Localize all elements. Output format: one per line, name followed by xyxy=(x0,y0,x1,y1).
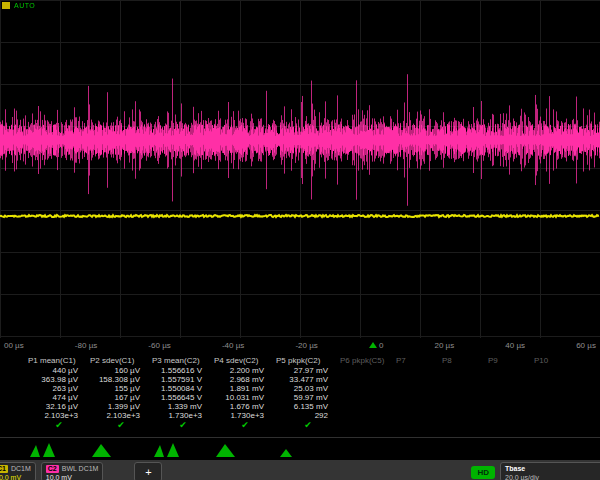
measurement-value-cell xyxy=(534,366,580,375)
measurement-value-cell xyxy=(488,402,534,411)
measurement-value-cell xyxy=(396,375,442,384)
oscilloscope-screen: AUTO 00 µs-80 µs-60 µs-40 µs-20 µs020 µs… xyxy=(0,0,600,480)
measurement-value-cell: 167 µV xyxy=(90,393,152,402)
time-tick: 00 µs xyxy=(4,341,24,350)
measurement-value-cell: 1.556616 V xyxy=(152,366,214,375)
waveform-canvas[interactable] xyxy=(0,0,600,338)
measurement-value-cell: 474 µV xyxy=(28,393,90,402)
measurement-value-cell xyxy=(396,366,442,375)
channel-badge-c2: C2 xyxy=(46,465,59,473)
time-tick: -20 µs xyxy=(295,341,317,350)
measurement-value-cell: 10.031 mV xyxy=(214,393,276,402)
measurement-value-cell: 1.339 mV xyxy=(152,402,214,411)
status-check-icon xyxy=(534,420,580,431)
histicon-row xyxy=(0,437,600,460)
vertical-scale-c2: 10.0 mV xyxy=(46,473,99,480)
measurement-value-cell xyxy=(442,393,488,402)
measurement-column-header[interactable]: P5 pkpk(C2) xyxy=(276,355,340,366)
measurement-column-header[interactable]: P1 mean(C1) xyxy=(28,355,90,366)
measurement-column-header[interactable]: P2 sdev(C1) xyxy=(90,355,152,366)
measurement-value-cell: 363.98 µV xyxy=(28,375,90,384)
status-check-icon xyxy=(340,420,396,431)
measurement-column-header[interactable]: P4 sdev(C2) xyxy=(214,355,276,366)
measurement-value-cell: 158.308 µV xyxy=(90,375,152,384)
histicon[interactable] xyxy=(30,441,60,457)
measurement-value-cell xyxy=(340,375,396,384)
time-tick: 40 µs xyxy=(505,341,525,350)
status-check-icon: ✔ xyxy=(90,420,152,431)
channel-descriptor-c1[interactable]: C1 DC1M 10.0 mV xyxy=(0,462,36,480)
time-tick: 20 µs xyxy=(434,341,454,350)
measurement-value-cell xyxy=(488,393,534,402)
measurement-value-cell: 160 µV xyxy=(90,366,152,375)
measurement-value-cell: 2.200 mV xyxy=(214,366,276,375)
measurement-value-cell xyxy=(534,411,580,420)
measurement-column-header[interactable]: P7 xyxy=(396,355,442,366)
measurement-value-cell xyxy=(340,402,396,411)
measurement-value-cell: 25.03 mV xyxy=(276,384,340,393)
measurement-value-cell xyxy=(442,375,488,384)
coupling-label-c1: DC1M xyxy=(11,464,31,473)
measurement-value-cell: 1.556645 V xyxy=(152,393,214,402)
waveform-display[interactable]: AUTO xyxy=(0,0,600,338)
measurement-value-cell xyxy=(534,375,580,384)
channel-badge-c1: C1 xyxy=(0,465,8,473)
trigger-position-marker xyxy=(369,342,377,348)
measurement-value-cell: 1.730e+3 xyxy=(152,411,214,420)
histicon[interactable] xyxy=(216,441,246,457)
measurement-value-cell xyxy=(488,366,534,375)
status-check-icon xyxy=(396,420,442,431)
measurement-value-cell: 2.103e+3 xyxy=(90,411,152,420)
measurement-value-cell: 2.968 mV xyxy=(214,375,276,384)
time-tick: 60 µs xyxy=(576,341,596,350)
status-check-icon: ✔ xyxy=(28,420,90,431)
measurement-value-cell xyxy=(340,384,396,393)
histicon[interactable] xyxy=(280,441,310,457)
measurement-value-cell xyxy=(442,402,488,411)
measurement-value-cell: 59.97 mV xyxy=(276,393,340,402)
measurement-value-cell: 440 µV xyxy=(28,366,90,375)
measurement-value-cell: 1.557591 V xyxy=(152,375,214,384)
measurement-value-cell: 1.676 mV xyxy=(214,402,276,411)
time-tick: -80 µs xyxy=(75,341,97,350)
time-tick: 0 xyxy=(369,341,383,350)
trigger-mode-indicator: AUTO xyxy=(2,2,35,9)
time-tick: -60 µs xyxy=(148,341,170,350)
status-check-icon xyxy=(488,420,534,431)
measurement-value-cell xyxy=(534,393,580,402)
timebase-descriptor[interactable]: Tbase 20.0 µs/div xyxy=(500,462,600,480)
time-tick: -40 µs xyxy=(222,341,244,350)
measurement-value-cell xyxy=(488,411,534,420)
yellow-indicator-icon xyxy=(2,2,10,9)
measurement-value-cell xyxy=(488,375,534,384)
measurement-table: P1 mean(C1)P2 sdev(C1)P3 mean(C2)P4 sdev… xyxy=(0,352,600,437)
histicon[interactable] xyxy=(154,441,184,457)
measurement-value-cell xyxy=(488,384,534,393)
timebase-value: 20.0 µs/div xyxy=(505,473,600,480)
channel-descriptor-c2[interactable]: C2 BWL DC1M 10.0 mV xyxy=(41,462,104,480)
measurement-value-cell: 32.16 µV xyxy=(28,402,90,411)
measurement-value-cell: 263 µV xyxy=(28,384,90,393)
measurement-value-cell xyxy=(396,402,442,411)
measurement-value-cell xyxy=(396,393,442,402)
measurement-value-cell: 1.550084 V xyxy=(152,384,214,393)
measurement-value-cell: 1.399 µV xyxy=(90,402,152,411)
histicon[interactable] xyxy=(92,441,122,457)
measurement-value-cell xyxy=(340,411,396,420)
status-check-icon xyxy=(442,420,488,431)
coupling-label-c2: BWL DC1M xyxy=(62,464,99,473)
measurement-column-header[interactable]: P9 xyxy=(488,355,534,366)
bottom-bar: C1 DC1M 10.0 mV C2 BWL DC1M 10.0 mV + HD… xyxy=(0,460,600,480)
plus-icon: + xyxy=(145,466,151,478)
measurement-column-header[interactable]: P8 xyxy=(442,355,488,366)
add-trace-button[interactable]: + xyxy=(134,462,162,480)
measurement-value-cell: 1.891 mV xyxy=(214,384,276,393)
measurement-column-header[interactable]: P3 mean(C2) xyxy=(152,355,214,366)
measurement-value-cell: 6.135 mV xyxy=(276,402,340,411)
measurement-column-header[interactable]: P10 xyxy=(534,355,580,366)
measurement-value-cell: 27.97 mV xyxy=(276,366,340,375)
measurement-value-cell: 292 xyxy=(276,411,340,420)
measurement-column-header[interactable]: P6 pkpk(C5) xyxy=(340,355,396,366)
measurement-value-cell xyxy=(442,384,488,393)
measurement-value-cell xyxy=(442,411,488,420)
